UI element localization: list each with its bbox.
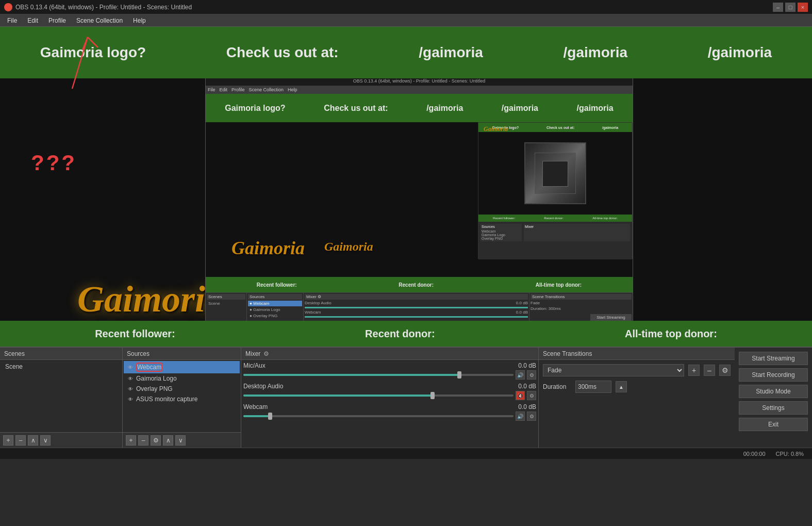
asus-monitor-eye-icon: 👁	[128, 397, 133, 402]
inner-social3: /gaimoria	[577, 104, 614, 113]
status-bar: 00:00:00 CPU: 0.8%	[0, 448, 812, 459]
transitions-duration-up-icon[interactable]: ▲	[616, 381, 627, 392]
start-streaming-button[interactable]: Start Streaming	[739, 352, 808, 365]
scenes-panel-content: Scene	[0, 360, 122, 432]
mixer-panel-content: Mic/Aux 0.0 dB 🔊 ⚙ Desktop Audio 0.0 dB	[241, 360, 538, 448]
gaimoria-logo-eye-icon: 👁	[128, 376, 133, 382]
mixer-mic-speaker-icon[interactable]: 🔊	[516, 370, 525, 380]
scenes-down-button[interactable]: ∨	[40, 435, 51, 446]
sources-settings-button[interactable]: ⚙	[151, 435, 161, 446]
mixer-webcam-label: Webcam	[243, 403, 268, 410]
exit-button[interactable]: Exit	[739, 418, 808, 431]
sources-add-button[interactable]: +	[126, 435, 136, 446]
action-buttons-panel: Start Streaming Start Recording Studio M…	[735, 348, 812, 448]
title-bar: OBS 0.13.4 (64bit, windows) - Profile: U…	[0, 0, 812, 14]
mixer-mic-settings-icon[interactable]: ⚙	[527, 370, 536, 380]
scenes-panel-header: Scenes	[0, 348, 122, 360]
sources-up-button[interactable]: ∧	[163, 435, 173, 446]
mixer-gear-icon[interactable]: ⚙	[263, 350, 269, 357]
inner-menu-edit[interactable]: Edit	[220, 87, 228, 92]
obs-screenshot: OBS 0.13.4 (64bit, windows) - Profile: U…	[205, 76, 633, 347]
title-bar-left: OBS 0.13.4 (64bit, windows) - Profile: U…	[4, 3, 192, 11]
source-item-gaimoria-logo[interactable]: 👁 Gaimoria Logo	[124, 373, 240, 384]
inner-menu-profile[interactable]: Profile	[231, 87, 245, 92]
mixer-desktop-mute-icon[interactable]: 🔇	[516, 391, 525, 400]
menu-edit[interactable]: Edit	[22, 16, 43, 25]
mixer-webcam-speaker-icon[interactable]: 🔊	[516, 412, 525, 421]
sources-down-button[interactable]: ∨	[175, 435, 186, 446]
gaimoria-logo-label: Gaimoria Logo	[136, 375, 177, 382]
studio-mode-button[interactable]: Studio Mode	[739, 385, 808, 398]
transitions-type-row: Fade Cut + – ⚙	[543, 364, 731, 376]
sources-panel-footer: + – ⚙ ∧ ∨	[123, 432, 241, 448]
window-controls[interactable]: – □ ×	[773, 3, 808, 12]
inner-obs-green-header: Gaimoria logo? Check us out at: /gaimori…	[206, 94, 633, 122]
mixer-webcam-fader[interactable]	[243, 415, 513, 417]
scene-item[interactable]: Scene	[1, 361, 121, 372]
scenes-add-button[interactable]: +	[3, 435, 13, 446]
mixer-webcam-db: 0.0 dB	[518, 403, 536, 410]
svg-line-0	[72, 37, 88, 89]
transitions-remove-button[interactable]: –	[704, 365, 715, 376]
inner-gaimoria-small: Gaimoria	[324, 240, 373, 254]
preview-bottom-bar: Recent follower: Recent donor: All-time …	[0, 321, 812, 347]
app-icon	[4, 3, 12, 11]
inner-obs-preview: Gaimoria logo? Check us out at: /gaimori…	[206, 94, 633, 292]
overlay-png-label: Overlay PNG	[136, 385, 173, 392]
status-time: 00:00:00	[743, 451, 766, 457]
maximize-button[interactable]: □	[785, 3, 796, 12]
transitions-panel: Scene Transitions Fade Cut + – ⚙ Duratio…	[539, 348, 735, 448]
minimize-button[interactable]: –	[773, 3, 783, 12]
source-item-overlay-png[interactable]: 👁 Overlay PNG	[124, 384, 240, 394]
inner-menu-bar: File Edit Profile Scene Collection Help	[206, 86, 633, 94]
svg-line-1	[82, 37, 88, 50]
scenes-remove-button[interactable]: –	[15, 435, 26, 446]
transitions-gear-button[interactable]: ⚙	[719, 365, 731, 376]
menu-help[interactable]: Help	[128, 16, 151, 25]
red-arrow-svg	[67, 32, 129, 99]
source-item-asus-monitor[interactable]: 👁 ASUS monitor capture	[124, 394, 240, 404]
menu-file[interactable]: File	[2, 16, 22, 25]
overlay-png-eye-icon: 👁	[128, 386, 133, 392]
inner-social1: /gaimoria	[426, 104, 463, 113]
mixer-webcam-track: Webcam 0.0 dB 🔊 ⚙	[243, 403, 536, 421]
mixer-desktop-db: 0.0 dB	[518, 383, 536, 390]
transitions-duration-label: Duration	[543, 383, 571, 390]
inner-logo-text: Gaimoria logo?	[225, 104, 285, 113]
menu-profile[interactable]: Profile	[43, 16, 71, 25]
start-recording-button[interactable]: Start Recording	[739, 368, 808, 382]
scenes-up-button[interactable]: ∧	[28, 435, 38, 446]
mixer-webcam-settings-icon[interactable]: ⚙	[527, 412, 536, 421]
svg-line-2	[88, 37, 98, 47]
mixer-mic-fader[interactable]	[243, 374, 513, 376]
transitions-type-select[interactable]: Fade Cut	[543, 364, 684, 376]
mixer-panel-header: Mixer ⚙	[241, 348, 538, 360]
mixer-desktop-fader[interactable]	[243, 395, 513, 397]
inner-menu-scene[interactable]: Scene Collection	[249, 87, 284, 92]
status-cpu: CPU: 0.8%	[776, 451, 804, 457]
inner-menu-help[interactable]: Help	[288, 87, 297, 92]
inner-menu-file[interactable]: File	[208, 87, 216, 92]
preview-area: Gaimoria logo? Check us out at: /gaimori…	[0, 27, 812, 347]
source-item-webcam[interactable]: 👁 Webcam	[124, 361, 240, 373]
asus-monitor-label: ASUS monitor capture	[136, 396, 197, 403]
sources-panel-header: Sources	[123, 348, 241, 360]
menu-scene-collection[interactable]: Scene Collection	[71, 16, 128, 25]
preview-social3: /gaimoria	[708, 44, 772, 61]
mixer-mic-label: Mic/Aux	[243, 362, 266, 369]
settings-button[interactable]: Settings	[739, 401, 808, 415]
sources-remove-button[interactable]: –	[138, 435, 148, 446]
mixer-desktop-track: Desktop Audio 0.0 dB 🔇 ⚙	[243, 383, 536, 400]
preview-follower-label: Recent follower:	[95, 328, 175, 340]
bottom-section: Scenes Scene + – ∧ ∨ Sources 👁 Webcam 👁 …	[0, 347, 812, 448]
double-nested-content: Gaimoria	[478, 132, 632, 215]
preview-top-donor-label: All-time top donor:	[625, 328, 717, 340]
preview-donor-label: Recent donor:	[365, 328, 435, 340]
mixer-panel: Mixer ⚙ Mic/Aux 0.0 dB 🔊 ⚙	[241, 348, 539, 448]
mixer-desktop-settings-icon[interactable]: ⚙	[527, 391, 536, 400]
transitions-duration-input[interactable]	[575, 381, 611, 393]
close-button[interactable]: ×	[798, 3, 808, 12]
inner-check-text: Check us out at:	[324, 104, 388, 113]
window-title: OBS 0.13.4 (64bit, windows) - Profile: U…	[15, 4, 192, 11]
transitions-add-button[interactable]: +	[688, 365, 700, 376]
